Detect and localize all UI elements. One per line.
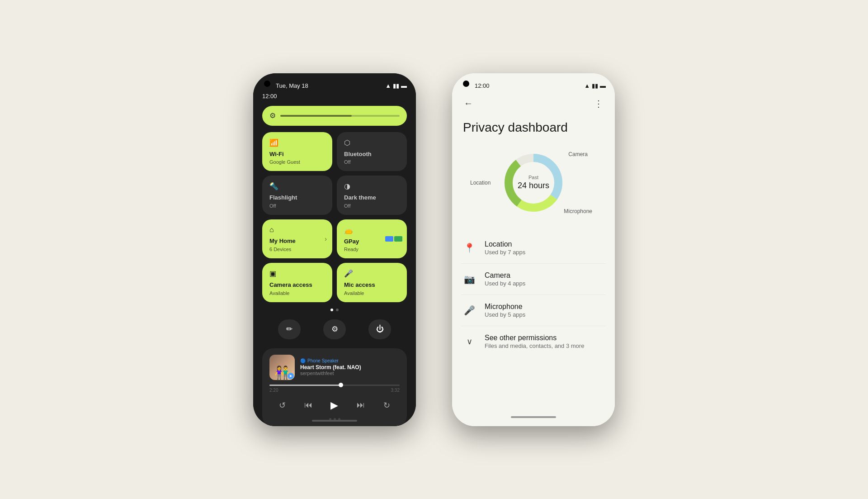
brightness-slider[interactable]: ⚙ [262,106,407,126]
camera-chart-label: Camera [568,151,588,157]
brightness-icon: ⚙ [269,111,276,120]
media-album-art: 👫 ▶ [269,355,295,380]
location-permission-item[interactable]: 📍 Location Used by 7 apps [461,233,606,263]
back-button[interactable]: ← [461,96,476,111]
qs-status-bar: Tue, May 18 ▲ ▮▮ ▬ [253,73,416,93]
settings-button[interactable]: ⚙ [323,319,346,339]
location-chart-label: Location [470,180,491,186]
flashlight-tile[interactable]: 🔦 Flashlight Off [262,176,332,215]
replay-button[interactable]: ↺ [274,397,291,413]
forward-button[interactable]: ↻ [378,397,395,413]
qs-dot-2 [336,309,339,311]
my-home-tile-icon: ⌂ [269,226,325,234]
mic-access-tile-subtitle: Available [344,290,400,296]
dark-theme-tile[interactable]: ◑ Dark theme Off [337,176,407,215]
left-phone: Tue, May 18 ▲ ▮▮ ▬ 12:00 ⚙ � [253,73,416,426]
media-progress: 2:20 3:32 [269,385,400,393]
qs-time: 12:00 [253,93,416,104]
qs-date: Tue, May 18 [276,82,308,89]
right-home-bar-line [511,416,556,418]
left-camera-punch-hole [264,81,270,87]
edit-button[interactable]: ✏ [278,319,301,339]
dark-theme-tile-title: Dark theme [344,194,400,201]
camera-permission-subtitle: Used by 4 apps [485,280,606,287]
battery-icon: ▬ [401,82,407,89]
gpay-cards [385,236,402,242]
my-home-tile[interactable]: ⌂ My Home 6 Devices › [262,219,332,259]
donut-hours-value: 24 hours [518,181,549,191]
camera-permission-title: Camera [485,271,606,280]
qs-tiles-grid: 📶 Wi-Fi Google Guest ⬡ Bluetooth Off 🔦 F… [253,132,416,302]
progress-fill [269,385,341,386]
see-more-chevron-icon: ∨ [461,333,477,350]
qs-status-icons: ▲ ▮▮ ▬ [385,82,407,89]
qs-bottom-bar: ✏ ⚙ ⏻ [253,318,416,345]
microphone-permission-title: Microphone [485,303,606,311]
see-more-subtitle: Files and media, contacts, and 3 more [485,342,606,349]
media-speaker-label: 🔵 Phone Speaker [300,358,400,363]
pd-status-icons: ▲ ▮▮ ▬ [584,82,606,89]
mic-access-tile-title: Mic access [344,281,400,289]
mic-access-tile[interactable]: 🎤 Mic access Available [337,263,407,302]
gpay-card-1 [385,236,393,242]
pd-nav: ← ⋮ [452,93,615,114]
mic-access-tile-icon: 🎤 [344,269,400,278]
brightness-fill [280,115,352,117]
edit-icon: ✏ [286,324,292,334]
media-controls: ↺ ⏮ ▶ ⏭ ↻ [269,397,400,413]
media-artist: serpentwithfeet [300,371,400,376]
wifi-tile[interactable]: 📶 Wi-Fi Google Guest [262,132,332,171]
right-home-bar [452,407,615,426]
microphone-permission-text: Microphone Used by 5 apps [485,303,606,318]
camera-permission-text: Camera Used by 4 apps [485,271,606,287]
donut-chart: Past 24 hours Camera Location Microphone [488,147,579,219]
donut-center: Past 24 hours [518,174,549,191]
pd-wifi-icon: ▲ [584,82,590,89]
camera-access-tile[interactable]: ▣ Camera access Available [262,263,332,302]
prev-button[interactable]: ⏮ [300,397,316,413]
camera-access-tile-icon: ▣ [269,269,325,278]
progress-bar[interactable] [269,385,400,386]
progress-times: 2:20 3:32 [269,388,400,393]
dark-theme-tile-icon: ◑ [344,182,400,190]
next-button[interactable]: ⏭ [353,397,369,413]
location-permission-text: Location Used by 7 apps [485,240,606,256]
settings-icon: ⚙ [331,324,338,334]
see-more-title: See other permissions [485,334,606,342]
power-button[interactable]: ⏻ [368,319,391,339]
privacy-dashboard-screen: 12:00 ▲ ▮▮ ▬ ← ⋮ Privacy dashboard [452,73,615,426]
pd-battery-icon: ▬ [600,82,606,89]
location-permission-subtitle: Used by 7 apps [485,249,606,256]
wifi-icon: ▲ [385,82,391,89]
bluetooth-tile[interactable]: ⬡ Bluetooth Off [337,132,407,171]
gpay-tile[interactable]: 👝 GPay Ready [337,219,407,259]
microphone-permission-item[interactable]: 🎤 Microphone Used by 5 apps [461,295,606,326]
right-phone: 12:00 ▲ ▮▮ ▬ ← ⋮ Privacy dashboard [452,73,615,426]
my-home-chevron-icon: › [325,235,327,242]
left-phone-screen: Tue, May 18 ▲ ▮▮ ▬ 12:00 ⚙ � [253,73,416,426]
pd-status-bar: 12:00 ▲ ▮▮ ▬ [452,73,615,93]
bluetooth-tile-subtitle: Off [344,159,400,165]
camera-permission-item[interactable]: 📷 Camera Used by 4 apps [461,263,606,295]
donut-past-label: Past [518,174,549,181]
play-button[interactable]: ▶ [326,397,343,413]
see-other-permissions-item[interactable]: ∨ See other permissions Files and media,… [461,326,606,357]
more-options-button[interactable]: ⋮ [591,96,606,111]
media-title: Heart Storm (feat. NAO) [300,364,400,371]
flashlight-tile-icon: 🔦 [269,182,325,190]
wifi-tile-title: Wi-Fi [269,151,325,158]
total-time: 3:32 [391,388,400,393]
pd-time: 12:00 [475,82,490,89]
brightness-bar[interactable] [280,115,400,117]
gpay-tile-subtitle: Ready [344,247,400,252]
gpay-tile-icon: 👝 [344,226,400,234]
privacy-dashboard-title: Privacy dashboard [452,114,615,143]
media-top: 👫 ▶ 🔵 Phone Speaker Heart Storm (feat. N… [269,355,400,380]
wifi-tile-subtitle: Google Guest [269,159,325,165]
current-time: 2:20 [269,388,278,393]
gpay-card-2 [394,236,402,242]
camera-access-tile-subtitle: Available [269,290,325,296]
flashlight-tile-title: Flashlight [269,194,325,201]
privacy-chart-container: Past 24 hours Camera Location Microphone [452,142,615,228]
permission-list: 📍 Location Used by 7 apps 📷 Camera Used … [452,228,615,407]
